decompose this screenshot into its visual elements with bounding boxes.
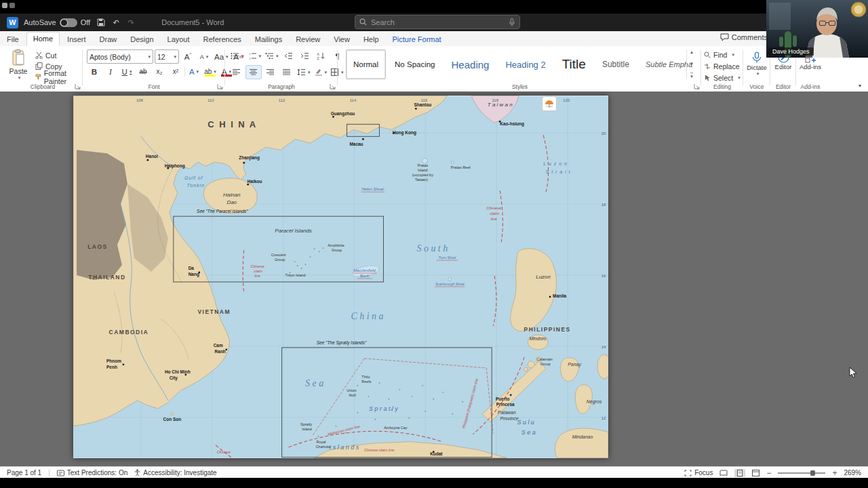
line-spacing-button[interactable]: ▾ [296, 66, 312, 79]
page-indicator[interactable]: Page 1 of 1 [7, 469, 41, 476]
map-label: Taiwan) [415, 178, 428, 182]
editing-group-label: Editing [703, 83, 742, 90]
autosave-toggle[interactable] [60, 18, 77, 27]
strikethrough-button[interactable]: ab [136, 65, 151, 78]
window-control-icon[interactable] [2, 3, 7, 8]
justify-button[interactable] [279, 66, 294, 79]
tab-insert[interactable]: Insert [61, 33, 92, 46]
italic-icon: I [109, 68, 112, 76]
map-label: Luzon [536, 274, 551, 280]
tab-mailings[interactable]: Mailings [249, 33, 288, 46]
window-top-bar [0, 0, 868, 14]
font-family-select[interactable]: Aptos (Body) ▾ [87, 49, 153, 64]
sort-button[interactable]: AZ [314, 49, 329, 62]
zoom-out-button[interactable]: − [766, 468, 771, 478]
tab-file[interactable]: File [1, 33, 25, 46]
document-page[interactable]: 1081101121141161181202018161412C H I N A… [73, 96, 608, 458]
bullets-button[interactable]: ▾ [229, 49, 245, 62]
tab-review[interactable]: Review [290, 33, 326, 46]
bold-button[interactable]: B [87, 65, 102, 78]
map-label: Chinese claim line [364, 448, 395, 452]
collapse-ribbon-button[interactable]: ▾ [859, 83, 861, 89]
map-label: See "The Spratly Islands" [317, 340, 367, 346]
clipboard-dialog-launcher[interactable] [75, 83, 81, 89]
style-normal[interactable]: Normal [346, 49, 386, 79]
focus-button[interactable]: Focus [684, 469, 713, 476]
align-right-button[interactable] [263, 66, 278, 79]
styles-dialog-launcher[interactable] [694, 83, 700, 89]
shading-button[interactable]: ▾ [313, 66, 329, 79]
tab-picture-format[interactable]: Picture Format [387, 33, 448, 46]
zoom-level[interactable]: 269% [844, 469, 861, 476]
replace-button[interactable]: Replace [704, 61, 741, 71]
find-button[interactable]: Find ▾ [704, 49, 741, 60]
gallery-more-button[interactable]: ▾ [690, 73, 693, 79]
zoom-slider-thumb[interactable] [810, 470, 815, 476]
font-dialog-launcher[interactable] [217, 83, 223, 89]
grow-font-button[interactable]: A^ [180, 50, 195, 63]
style-title[interactable]: Title [555, 49, 593, 79]
paste-button[interactable]: Paste ▾ [4, 49, 33, 81]
text-effects-button[interactable]: A▾ [186, 65, 201, 78]
web-layout-button[interactable] [752, 470, 760, 476]
style-no-spacing[interactable]: No Spacing [387, 49, 442, 79]
shrink-font-button[interactable]: A▾ [197, 50, 212, 63]
style-subtitle[interactable]: Subtitle [595, 49, 637, 79]
subscript-button[interactable]: x₂ [152, 65, 167, 78]
gallery-scroll-down[interactable]: ▾ [690, 61, 693, 66]
italic-button[interactable]: I [103, 65, 118, 78]
align-left-button[interactable] [229, 66, 244, 79]
underline-button[interactable]: U▾ [119, 65, 134, 78]
read-mode-button[interactable] [719, 470, 728, 476]
layout-options-button[interactable] [542, 96, 557, 111]
tab-home[interactable]: Home [26, 32, 60, 46]
multilevel-list-icon [265, 52, 274, 60]
paragraph-dialog-launcher[interactable] [330, 83, 336, 89]
window-control-icon[interactable] [9, 3, 15, 8]
map-label: C H I N A [208, 119, 257, 129]
align-center-button[interactable] [245, 65, 262, 79]
document-canvas[interactable]: 1081101121141161181202018161412C H I N A… [0, 92, 868, 466]
map-label: 14 [601, 345, 606, 349]
map-label: Chinese [251, 264, 264, 268]
south-china-sea-map[interactable]: 1081101121141161181202018161412C H I N A… [73, 96, 608, 458]
accessibility-button[interactable]: Accessibility: Investigate [134, 469, 216, 476]
tab-layout[interactable]: Layout [161, 33, 196, 46]
multilevel-list-button[interactable]: ▾ [264, 49, 280, 62]
statusbar-divider: | [48, 469, 50, 476]
zoom-in-button[interactable]: + [832, 468, 837, 478]
tab-design[interactable]: Design [124, 33, 159, 46]
autosave-state: Off [81, 18, 90, 26]
voice-group-label: Voice [745, 83, 769, 90]
superscript-button[interactable]: x² [168, 65, 183, 78]
tab-references[interactable]: References [197, 33, 248, 46]
save-button[interactable] [94, 16, 108, 29]
tab-help[interactable]: Help [357, 33, 385, 46]
redo-button[interactable]: ↷ [123, 16, 138, 29]
tab-draw[interactable]: Draw [94, 33, 123, 46]
style-heading-2[interactable]: Heading 2 [498, 49, 553, 79]
mic-icon[interactable] [509, 18, 515, 26]
comments-button[interactable]: Comments [720, 33, 768, 41]
style-heading[interactable]: Heading [444, 49, 497, 79]
dictate-button[interactable]: Dictate ▾ [745, 52, 769, 77]
highlight-button[interactable]: ab▾ [203, 65, 218, 78]
select-icon [704, 75, 711, 81]
undo-button[interactable]: ↶ [108, 16, 123, 29]
map-city-dot [332, 116, 334, 118]
print-layout-button[interactable] [734, 469, 745, 477]
cut-button[interactable]: Cut [35, 50, 81, 60]
font-size-select[interactable]: 12 ▾ [155, 49, 179, 64]
search-input[interactable]: Search [355, 15, 520, 29]
tab-view[interactable]: View [328, 33, 356, 46]
decrease-indent-button[interactable] [281, 49, 296, 62]
gallery-scroll-up[interactable]: ▴ [690, 49, 693, 55]
text-predictions-button[interactable]: Text Predictions: On [57, 469, 127, 476]
zoom-slider[interactable] [778, 472, 825, 474]
svg-text:Z: Z [317, 56, 319, 60]
map-label: Zhanjiang [239, 155, 260, 161]
format-painter-button[interactable]: Format Painter [35, 72, 81, 82]
select-button[interactable]: Select ▾ [704, 73, 741, 83]
increase-indent-button[interactable] [298, 49, 313, 62]
numbering-button[interactable]: 12▾ [247, 49, 263, 62]
